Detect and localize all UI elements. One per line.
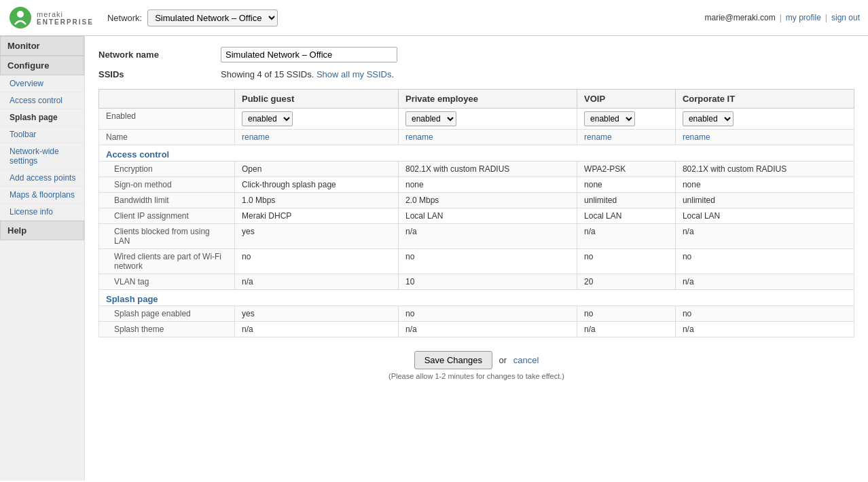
sidebar-section-configure: Configure Overview Access control Splash… bbox=[0, 56, 84, 221]
table-row-wired-clients: Wired clients are part of Wi-Fi network … bbox=[99, 249, 854, 274]
rename-voip-link[interactable]: rename bbox=[584, 132, 612, 142]
vlan-public: n/a bbox=[235, 274, 399, 290]
sidebar: Monitor Configure Overview Access contro… bbox=[0, 36, 85, 481]
bandwidth-corporate: unlimited bbox=[675, 193, 854, 208]
save-bar: Save Changes or cancel (Please allow 1-2… bbox=[98, 337, 854, 384]
clients-blocked-label: Clients blocked from using LAN bbox=[99, 224, 235, 249]
vlan-corporate: n/a bbox=[675, 274, 854, 290]
bandwidth-label: Bandwidth limit bbox=[99, 193, 235, 208]
splash-enabled-label: Splash page enabled bbox=[99, 306, 235, 322]
network-name-input[interactable] bbox=[221, 47, 397, 62]
splash-theme-label: Splash theme bbox=[99, 322, 235, 337]
user-email: marie@meraki.com bbox=[705, 13, 776, 22]
splash-theme-voip: n/a bbox=[577, 322, 676, 337]
clients-blocked-private: n/a bbox=[398, 224, 577, 249]
table-row-enabled: Enabled enabled disabled enabled disable… bbox=[99, 109, 854, 130]
client-ip-public: Meraki DHCP bbox=[235, 208, 399, 224]
sidebar-item-network-wide[interactable]: Network-wide settings bbox=[0, 143, 84, 170]
ssids-row: SSIDs Showing 4 of 15 SSIDs. Show all my… bbox=[98, 69, 854, 79]
table-row-clients-blocked: Clients blocked from using LAN yes n/a n… bbox=[99, 224, 854, 249]
logo-text: meraki ENTERPRISE bbox=[37, 10, 94, 26]
network-name-value bbox=[221, 47, 397, 62]
enabled-corporate: enabled disabled bbox=[675, 109, 854, 130]
encryption-label: Encryption bbox=[99, 162, 235, 177]
splash-enabled-corporate: no bbox=[675, 306, 854, 322]
wired-clients-voip: no bbox=[577, 249, 676, 274]
meraki-logo-icon bbox=[8, 5, 33, 30]
network-selector: Network: Simulated Network – Office bbox=[107, 10, 278, 26]
client-ip-corporate: Local LAN bbox=[675, 208, 854, 224]
network-select[interactable]: Simulated Network – Office bbox=[147, 10, 278, 26]
sidebar-item-license[interactable]: License info bbox=[0, 204, 84, 221]
enabled-label: Enabled bbox=[99, 109, 235, 130]
table-row-bandwidth: Bandwidth limit 1.0 Mbps 2.0 Mbps unlimi… bbox=[99, 193, 854, 208]
client-ip-label: Client IP assignment bbox=[99, 208, 235, 224]
encryption-voip: WPA2-PSK bbox=[577, 162, 676, 177]
table-row-client-ip: Client IP assignment Meraki DHCP Local L… bbox=[99, 208, 854, 224]
col-header-corporate-it: Corporate IT bbox=[675, 90, 854, 109]
clients-blocked-public: yes bbox=[235, 224, 399, 249]
table-row-encryption: Encryption Open 802.1X with custom RADIU… bbox=[99, 162, 854, 177]
enabled-private: enabled disabled bbox=[398, 109, 577, 130]
separator: | bbox=[780, 13, 782, 22]
client-ip-private: Local LAN bbox=[398, 208, 577, 224]
enabled-select-private[interactable]: enabled disabled bbox=[405, 111, 456, 126]
table-row-splash-enabled: Splash page enabled yes no no no bbox=[99, 306, 854, 322]
sidebar-monitor-title[interactable]: Monitor bbox=[0, 36, 84, 56]
sidebar-help-title[interactable]: Help bbox=[0, 221, 84, 240]
table-row-vlan: VLAN tag n/a 10 20 n/a bbox=[99, 274, 854, 290]
enabled-select-voip[interactable]: enabled disabled bbox=[584, 111, 635, 126]
name-voip: rename bbox=[577, 130, 676, 145]
ssids-showing: Showing 4 of 15 SSIDs. bbox=[221, 69, 314, 79]
splash-page-section-link[interactable]: Splash page bbox=[106, 294, 158, 304]
sign-out-link[interactable]: sign out bbox=[831, 13, 860, 22]
splash-enabled-voip: no bbox=[577, 306, 676, 322]
table-row-name: Name rename rename rename rename bbox=[99, 130, 854, 145]
sidebar-item-maps[interactable]: Maps & floorplans bbox=[0, 187, 84, 204]
client-ip-voip: Local LAN bbox=[577, 208, 676, 224]
name-label: Name bbox=[99, 130, 235, 145]
wired-clients-public: no bbox=[235, 249, 399, 274]
rename-public-link[interactable]: rename bbox=[242, 132, 270, 142]
wired-clients-corporate: no bbox=[675, 249, 854, 274]
or-text: or bbox=[499, 355, 507, 365]
enabled-select-public[interactable]: enabled disabled bbox=[242, 111, 293, 126]
splash-enabled-public: yes bbox=[235, 306, 399, 322]
name-private: rename bbox=[398, 130, 577, 145]
name-corporate: rename bbox=[675, 130, 854, 145]
show-all-ssids-link[interactable]: Show all my SSIDs bbox=[317, 69, 392, 79]
enabled-public: enabled disabled bbox=[235, 109, 399, 130]
sidebar-item-add-access[interactable]: Add access points bbox=[0, 170, 84, 187]
wired-clients-label: Wired clients are part of Wi-Fi network bbox=[99, 249, 235, 274]
sidebar-item-overview[interactable]: Overview bbox=[0, 75, 84, 92]
encryption-public: Open bbox=[235, 162, 399, 177]
save-note: (Please allow 1-2 minutes for changes to… bbox=[98, 372, 854, 380]
clients-blocked-voip: n/a bbox=[577, 224, 676, 249]
clients-blocked-corporate: n/a bbox=[675, 224, 854, 249]
rename-corporate-link[interactable]: rename bbox=[683, 132, 710, 142]
ssid-table: Public guest Private employee VOIP Corpo… bbox=[98, 89, 854, 337]
user-area: marie@meraki.com | my profile | sign out bbox=[705, 13, 861, 22]
my-profile-link[interactable]: my profile bbox=[786, 13, 821, 22]
bandwidth-voip: unlimited bbox=[577, 193, 676, 208]
signon-private: none bbox=[398, 177, 577, 193]
col-header-private-employee: Private employee bbox=[398, 90, 577, 109]
save-changes-button[interactable]: Save Changes bbox=[414, 351, 492, 369]
cancel-link[interactable]: cancel bbox=[513, 355, 539, 365]
access-control-section-link[interactable]: Access control bbox=[106, 149, 169, 160]
sidebar-item-access-control[interactable]: Access control bbox=[0, 92, 84, 109]
sidebar-configure-title[interactable]: Configure bbox=[0, 56, 84, 75]
vlan-voip: 20 bbox=[577, 274, 676, 290]
main-content: Network name SSIDs Showing 4 of 15 SSIDs… bbox=[85, 36, 868, 481]
sidebar-item-toolbar[interactable]: Toolbar bbox=[0, 126, 84, 143]
splash-theme-private: n/a bbox=[398, 322, 577, 337]
col-header-voip: VOIP bbox=[577, 90, 676, 109]
table-row-splash-header: Splash page bbox=[99, 290, 854, 306]
ssids-info: Showing 4 of 15 SSIDs. Show all my SSIDs… bbox=[221, 69, 394, 79]
ssids-label: SSIDs bbox=[98, 69, 221, 79]
rename-private-link[interactable]: rename bbox=[405, 132, 433, 142]
col-header-public-guest: Public guest bbox=[235, 90, 399, 109]
enabled-select-corporate[interactable]: enabled disabled bbox=[683, 111, 734, 126]
sidebar-item-splash-page[interactable]: Splash page bbox=[0, 109, 84, 126]
signon-label: Sign-on method bbox=[99, 177, 235, 193]
